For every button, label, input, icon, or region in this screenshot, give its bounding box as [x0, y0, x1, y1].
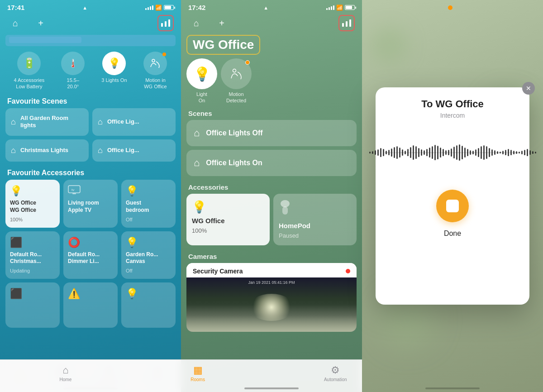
waveform-bar	[475, 149, 476, 156]
temp-widget-icon: 🌡️	[61, 52, 85, 75]
home-scroll-area[interactable]: Favourite Scenes ⌂ All Garden Room light…	[0, 94, 181, 392]
camera-feed: Jan 19 2021 05:41:16 PM	[186, 277, 357, 332]
acc-icon-3: 💡	[126, 185, 171, 197]
waveform-bar	[432, 146, 433, 159]
acc-appletv[interactable]: tv Living roomApple TV	[63, 180, 118, 227]
waveform-bar	[413, 145, 414, 160]
widget-temp[interactable]: 🌡️ 15.5–20.0°	[61, 52, 85, 90]
nav-left-icons-p2: ⌂ +	[188, 15, 230, 31]
accessories-grid-2: ⬛ ⚠️ 💡	[0, 282, 181, 331]
p2-scroll-area[interactable]: Scenes ⌂ Office Lights Off ⌂ Office Ligh…	[181, 106, 362, 392]
acc-default1[interactable]: ⬛ Default Ro...Christmas... Updating	[5, 231, 60, 279]
acc-extra1[interactable]: ⬛	[5, 282, 60, 328]
waveform-bar	[448, 150, 449, 155]
room-title-box: WG Office	[186, 35, 260, 55]
tab-p2-automation[interactable]: ⚙ Automation	[324, 364, 347, 382]
room-acc-light[interactable]: 💡 LightOn	[186, 58, 217, 104]
add-icon-p2[interactable]: +	[214, 15, 230, 31]
location-icon-home: ▲	[82, 5, 87, 10]
p2-acc-name-1: WG Office	[192, 217, 264, 225]
waveform-bar	[386, 151, 387, 154]
motion-acc-label: MotionDetected	[226, 91, 246, 104]
scene-office-lights-on[interactable]: ⌂ Office Lights On	[186, 150, 357, 176]
scene-christmas[interactable]: ⌂ Christmas Lights	[5, 139, 89, 162]
svg-rect-0	[161, 23, 163, 27]
battery-fill-p2	[346, 6, 352, 9]
p2-accessories-row: 💡 WG Office 100% HomePod Paused	[181, 194, 362, 249]
waveform-bar	[443, 149, 444, 156]
waveform-bar	[415, 146, 417, 159]
scenes-grid: ⌂ All Garden Room lights ⌂ Office Lig...…	[0, 108, 181, 166]
widget-lights[interactable]: 💡 3 Lights On	[101, 52, 127, 90]
svg-rect-2	[168, 19, 170, 27]
svg-rect-8	[346, 21, 348, 27]
waveform-bar	[462, 146, 463, 159]
scene-label-1: All Garden Room lights	[20, 115, 83, 130]
camera-name: Security Camera	[193, 268, 243, 275]
acc-sub-4: Updating	[10, 268, 55, 273]
accessories-grid: 💡 WG OfficeWG Office 100% tv Living room…	[0, 180, 181, 282]
chart-icon-home[interactable]	[157, 15, 174, 31]
scene-house-icon-2: ⌂	[98, 117, 103, 127]
room-acc-motion[interactable]: MotionDetected	[221, 58, 252, 104]
camera-gradient	[186, 305, 357, 332]
acc-garden[interactable]: 💡 Garden Ro...Canvas Off	[121, 231, 176, 279]
add-icon[interactable]: +	[33, 15, 49, 31]
svg-point-3	[152, 59, 155, 62]
camera-card[interactable]: Security Camera Jan 19 2021 05:41:16 PM	[186, 263, 357, 332]
camera-header: Security Camera	[186, 263, 357, 277]
room-title-container: WG Office	[181, 35, 362, 58]
p2-acc-homepod[interactable]: HomePod Paused	[273, 194, 357, 245]
acc-extra3[interactable]: 💡	[121, 282, 176, 328]
scene-all-garden[interactable]: ⌂ All Garden Room lights	[5, 108, 89, 136]
nav-left-icons: ⌂ +	[7, 15, 49, 31]
widget-motion[interactable]: Motion inWG Office	[143, 52, 167, 90]
acc-default2[interactable]: ⭕ Default Ro...Dimmer Li...	[63, 231, 118, 279]
svg-rect-7	[342, 23, 344, 27]
status-icons-p2: 📶	[326, 5, 355, 11]
waveform-bar	[451, 148, 452, 157]
waveform-bar	[497, 151, 498, 154]
chart-icon-p2[interactable]	[338, 15, 355, 31]
scene-house-icon-3: ⌂	[11, 146, 16, 155]
acc-guest[interactable]: 💡 Guestbedroom Off	[121, 180, 176, 227]
waveform-bar	[377, 149, 379, 156]
home-icon-p2[interactable]: ⌂	[188, 15, 205, 31]
tab-p2-automation-label: Automation	[324, 377, 347, 382]
widget-battery[interactable]: 🔋 4 AccessoriesLow Battery	[14, 52, 44, 90]
waveform-bar	[437, 146, 438, 159]
stop-button[interactable]	[436, 190, 469, 222]
signal-bar-4	[152, 5, 153, 10]
p2-acc-icon-1: 💡	[192, 200, 264, 214]
room-accessories-row: 💡 LightOn MotionDetected	[181, 58, 362, 106]
waveform-bar	[532, 151, 533, 154]
acc-wg-office[interactable]: 💡 WG OfficeWG Office 100%	[5, 180, 60, 227]
acc-sub-6: Off	[126, 268, 171, 273]
waveform-bar	[467, 149, 468, 156]
close-button[interactable]: ✕	[522, 82, 535, 95]
svg-rect-9	[349, 19, 351, 27]
acc-extra2[interactable]: ⚠️	[63, 282, 118, 328]
waveform-bar	[510, 150, 512, 155]
p2-acc-wg-office[interactable]: 💡 WG Office 100%	[186, 194, 270, 245]
signal-bar-3	[150, 6, 151, 10]
scene-office-lights-off[interactable]: ⌂ Office Lights Off	[186, 120, 357, 146]
waveform-bar	[418, 148, 419, 157]
waveform-bar	[481, 146, 482, 159]
intercom-modal: ✕ To WG Office Intercom Done	[376, 87, 529, 305]
acc-icon-1: 💡	[10, 185, 55, 197]
waveform-bar	[535, 152, 536, 153]
waveform-bar	[505, 150, 506, 155]
scene-office-lig2[interactable]: ⌂ Office Lig...	[92, 139, 176, 162]
home-indicator-2	[244, 387, 299, 389]
waveform-bar	[405, 151, 406, 154]
svg-text:tv: tv	[71, 188, 74, 192]
svg-rect-1	[165, 21, 167, 27]
home-icon[interactable]: ⌂	[7, 15, 24, 31]
tab-p2-rooms[interactable]: ▦ Rooms	[191, 364, 205, 382]
waveform-bar	[519, 152, 520, 153]
svg-rect-12	[282, 206, 288, 215]
signal-bar-1	[145, 8, 147, 10]
waveform-bar	[500, 152, 501, 153]
scene-office-lig1[interactable]: ⌂ Office Lig...	[92, 108, 176, 136]
